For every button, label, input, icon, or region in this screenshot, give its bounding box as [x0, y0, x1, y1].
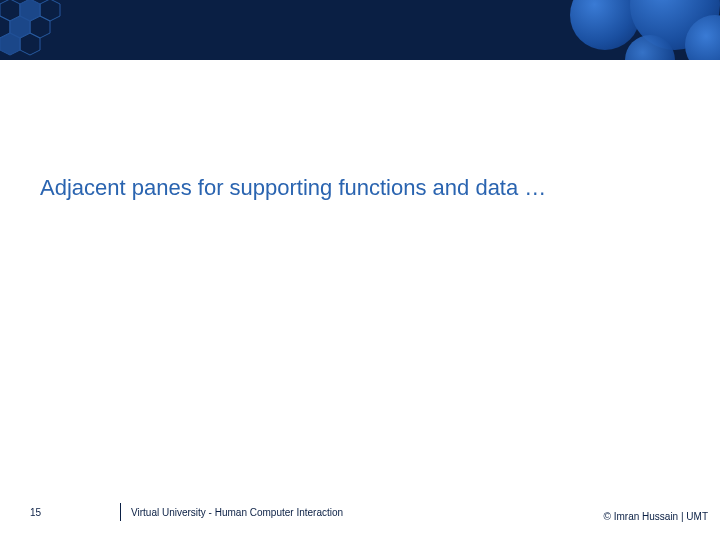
slide-title: Adjacent panes for supporting functions … — [40, 175, 546, 201]
hex-pattern-icon — [0, 0, 130, 60]
footer: 15 Virtual University - Human Computer I… — [0, 502, 720, 522]
slide: Adjacent panes for supporting functions … — [0, 0, 720, 540]
header-band — [0, 0, 720, 60]
page-number: 15 — [0, 507, 120, 518]
footer-center-text: Virtual University - Human Computer Inte… — [131, 507, 343, 518]
circle-cluster-icon — [530, 0, 720, 60]
footer-right-text: © Imran Hussain | UMT — [604, 511, 708, 522]
footer-divider — [120, 503, 121, 521]
